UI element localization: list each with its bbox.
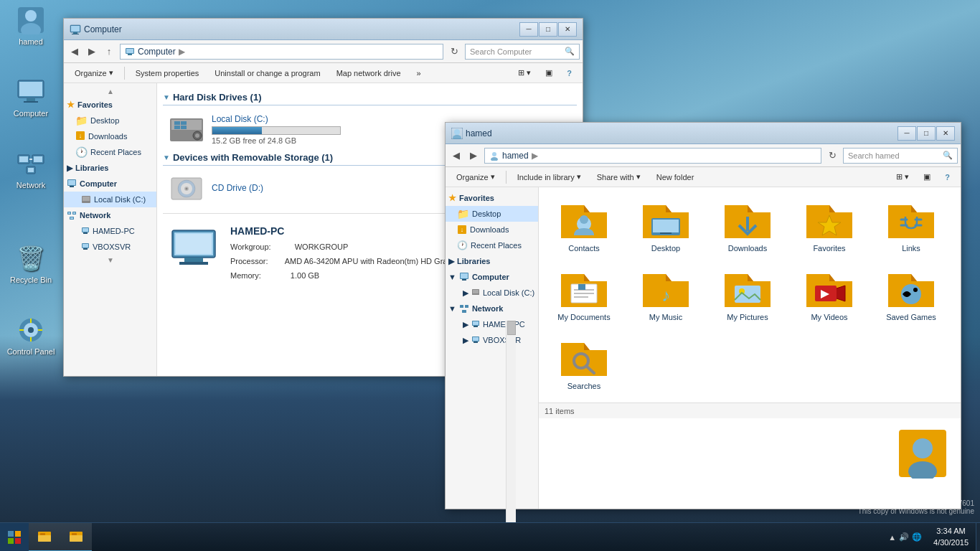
sidebar-item-desktop[interactable]: 📁 Desktop [64, 113, 157, 128]
sidebar-item-hamed-pc[interactable]: HAMED-PC [64, 223, 157, 239]
hamed-maximize-button[interactable]: □ [917, 126, 936, 141]
hamed-sidebar-downloads[interactable]: ↓ Downloads [446, 222, 538, 237]
svg-rect-78 [465, 305, 468, 308]
up-button[interactable]: ↑ [101, 44, 117, 60]
my-documents-folder-icon [558, 268, 610, 310]
uninstall-button[interactable]: Uninstall or change a program [208, 65, 326, 81]
folder-favorites[interactable]: Favorites [790, 193, 869, 259]
sidebar-item-downloads[interactable]: ↓ Downloads [64, 128, 157, 144]
hamed-close-button[interactable]: ✕ [936, 126, 955, 141]
tray-expand-icon[interactable]: ▲ [888, 533, 896, 542]
hd-collapse-arrow[interactable]: ▼ [163, 93, 170, 101]
show-desktop-button[interactable] [976, 523, 980, 552]
svg-rect-81 [473, 321, 479, 325]
refresh-button[interactable]: ↻ [446, 44, 462, 60]
folder-my-videos[interactable]: My Videos [790, 262, 869, 328]
computer-window-title: Computer [70, 24, 519, 35]
recycle-label: Recycle Bin [10, 276, 52, 284]
hard-disk-section-header: ▼ Hard Disk Drives (1) [163, 92, 577, 105]
hamed-sidebar-vboxsvr[interactable]: ▶ VBOXSVR [446, 332, 538, 348]
hamed-sidebar-hamed-pc[interactable]: ▶ HAMED-PC [446, 316, 538, 332]
folder-my-music[interactable]: ♪ My Music [626, 262, 705, 328]
controlpanel-label: Control Panel [7, 347, 55, 356]
folder-desktop[interactable]: Desktop [626, 193, 705, 259]
forward-button[interactable]: ▶ [84, 44, 100, 60]
hamed-sidebar-recent[interactable]: 🕐 Recent Places [446, 237, 538, 253]
folder-links[interactable]: Links [872, 193, 951, 259]
hamed-titlebar[interactable]: hamed ─ □ ✕ [446, 123, 961, 144]
hamed-desktop-icon: 📁 [457, 208, 469, 220]
downloads-icon: ↓ [75, 131, 85, 143]
include-library-button[interactable]: Include in library ▾ [511, 169, 588, 185]
desktop-icon-computer[interactable]: Computer [6, 77, 56, 118]
new-folder-button[interactable]: New folder [650, 169, 701, 185]
folder-my-pictures[interactable]: My Pictures [708, 262, 787, 328]
hamed-status-bar: 11 items [539, 402, 961, 418]
share-with-button[interactable]: Share with ▾ [590, 169, 647, 185]
my-music-folder-icon: ♪ [640, 268, 692, 310]
view-button[interactable]: ⊞ ▾ [512, 65, 537, 81]
start-button[interactable] [0, 523, 29, 552]
favorites-folder-icon [804, 199, 855, 241]
computer-search-box[interactable]: Search Computer 🔍 [465, 44, 580, 60]
hamed-organize-button[interactable]: Organize ▾ [450, 169, 501, 185]
sidebar-favorites-group[interactable]: ★ Favorites [64, 97, 157, 113]
svg-rect-111 [15, 531, 21, 537]
desktop-icon-recycle[interactable]: 🗑️ Recycle Bin [6, 244, 56, 284]
folder-saved-games[interactable]: Saved Games [872, 262, 951, 328]
sidebar-item-local-disk-c[interactable]: Local Disk (C:) [64, 192, 157, 207]
map-drive-button[interactable]: Map network drive [330, 65, 407, 81]
computer-desktop-icon [17, 77, 45, 106]
folder-contacts[interactable]: Contacts [545, 193, 623, 259]
taskbar-file-explorer-2[interactable] [60, 523, 92, 552]
desktop-icon-hamed[interactable]: hamed [6, 6, 56, 46]
help-button[interactable]: ? [560, 65, 578, 81]
taskbar-file-explorer-1[interactable] [29, 523, 60, 552]
sidebar-item-vboxsvr[interactable]: VBOXSVR [64, 239, 157, 255]
organize-button[interactable]: Organize ▾ [68, 65, 120, 81]
computer-minimize-button[interactable]: ─ [519, 22, 538, 37]
sidebar-computer-group[interactable]: Computer [64, 176, 157, 192]
network-tray-icon[interactable]: 🌐 [912, 532, 922, 542]
share-with-dropdown-icon: ▾ [636, 172, 641, 182]
folder-my-documents[interactable]: My Documents [545, 262, 623, 328]
back-button[interactable]: ◀ [67, 44, 83, 60]
hamed-minimize-button[interactable]: ─ [897, 126, 916, 141]
folder-searches[interactable]: Searches [545, 331, 623, 397]
system-properties-button[interactable]: System properties [129, 65, 206, 81]
hamed-forward-button[interactable]: ▶ [466, 148, 481, 164]
svg-rect-40 [70, 217, 73, 219]
hamed-toolbar: Organize ▾ Include in library ▾ Share wi… [446, 167, 961, 187]
more-button[interactable]: » [410, 65, 428, 81]
sidebar-libraries-group[interactable]: ▶ Libraries [64, 160, 157, 176]
preview-pane-button[interactable]: ▣ [539, 65, 559, 81]
hamed-sidebar-local-disk[interactable]: ▶ Local Disk (C:) [446, 285, 538, 301]
hamed-search-box[interactable]: Search hamed 🔍 [843, 148, 958, 164]
hamed-sidebar-favorites[interactable]: ★ Favorites [446, 190, 538, 206]
hamed-sidebar-libraries[interactable]: ▶ Libraries [446, 253, 538, 269]
hamed-view-button[interactable]: ⊞ ▾ [890, 169, 915, 185]
hamed-address-path[interactable]: hamed ▶ [484, 148, 821, 164]
taskbar-clock[interactable]: 3:34 AM 4/30/2015 [926, 526, 976, 548]
hamed-sidebar-network[interactable]: ▼ Network [446, 301, 538, 316]
sidebar-network-group[interactable]: Network [64, 207, 157, 223]
svg-point-50 [195, 133, 199, 138]
hamed-refresh-button[interactable]: ↻ [824, 148, 840, 164]
computer-maximize-button[interactable]: □ [539, 22, 557, 37]
volume-icon[interactable]: 🔊 [899, 532, 909, 542]
hamed-help-button[interactable]: ? [938, 169, 956, 185]
removable-collapse-arrow[interactable]: ▼ [163, 154, 170, 161]
desktop-icon-controlpanel[interactable]: Control Panel [6, 316, 56, 356]
hamed-sidebar-computer[interactable]: ▼ Computer [446, 269, 538, 285]
computer-info-icon [169, 227, 219, 278]
hamed-sidebar-desktop[interactable]: 📁 Desktop [446, 206, 538, 222]
hamed-back-button[interactable]: ◀ [448, 148, 464, 164]
folder-downloads[interactable]: Downloads [708, 193, 787, 259]
hamed-preview-button[interactable]: ▣ [917, 169, 937, 185]
computer-address-path[interactable]: Computer ▶ [120, 44, 443, 60]
desktop-icon-network[interactable]: Network [6, 149, 56, 189]
search-icon: 🔍 [565, 47, 575, 56]
computer-titlebar[interactable]: Computer ─ □ ✕ [64, 19, 583, 40]
computer-close-button[interactable]: ✕ [558, 22, 577, 37]
sidebar-item-recent-places[interactable]: 🕐 Recent Places [64, 144, 157, 160]
